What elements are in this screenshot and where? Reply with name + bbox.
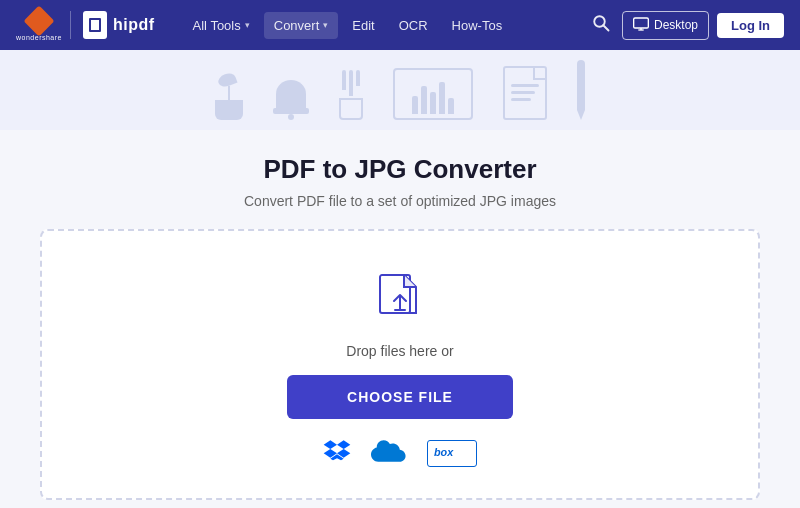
upload-area: Drop files here or CHOOSE FILE [40, 229, 760, 500]
brand-area: wondershare hipdf [16, 10, 155, 41]
upload-icon-container [372, 271, 428, 327]
nav-right: Desktop Log In [588, 10, 784, 40]
nav-item-all-tools[interactable]: All Tools ▾ [183, 12, 260, 39]
chevron-down-icon: ▾ [323, 20, 328, 30]
search-icon[interactable] [588, 10, 614, 40]
box-icon[interactable]: box [427, 440, 477, 467]
nav-item-ocr[interactable]: OCR [389, 12, 438, 39]
nav-item-how-tos[interactable]: How-Tos [442, 12, 513, 39]
wondershare-logo: wondershare [16, 10, 62, 41]
document-icon [503, 66, 547, 120]
hipdf-logo[interactable]: hipdf [70, 11, 155, 39]
navbar: wondershare hipdf All Tools ▾ Convert ▾ … [0, 0, 800, 50]
hipdf-icon [83, 11, 107, 39]
deco-monitor [393, 68, 473, 120]
choose-file-button[interactable]: CHOOSE FILE [287, 375, 513, 419]
svg-rect-6 [394, 309, 406, 311]
monitor-icon [393, 68, 473, 120]
plant-leaf-icon [216, 71, 237, 88]
deco-bell [273, 80, 309, 120]
plant-pot-icon [215, 100, 243, 120]
hero-banner [0, 50, 800, 130]
desktop-label: Desktop [654, 18, 698, 32]
hipdf-name: hipdf [113, 16, 155, 34]
svg-line-1 [603, 25, 608, 30]
desktop-icon [633, 17, 649, 34]
cloud-services: box [323, 439, 477, 468]
dropbox-icon[interactable] [323, 439, 351, 468]
hero-decorations [215, 60, 585, 120]
svg-rect-2 [634, 18, 649, 28]
deco-pencils [339, 70, 363, 120]
bell-shape-icon [276, 80, 306, 108]
nav-item-edit[interactable]: Edit [342, 12, 384, 39]
wondershare-diamond [23, 5, 54, 36]
upload-icon [376, 273, 424, 325]
plant-stem-icon [228, 86, 230, 100]
pen-body-icon [577, 60, 585, 110]
main-content: PDF to JPG Converter Convert PDF file to… [0, 130, 800, 508]
deco-plant [215, 74, 243, 120]
page-title: PDF to JPG Converter [263, 154, 536, 185]
deco-pen [577, 60, 585, 120]
login-button[interactable]: Log In [717, 13, 784, 38]
bell-clapper-icon [288, 114, 294, 120]
desktop-button[interactable]: Desktop [622, 11, 709, 40]
pencils-icon [342, 70, 360, 96]
nav-links: All Tools ▾ Convert ▾ Edit OCR How-Tos [183, 12, 588, 39]
pen-tip-icon [577, 110, 585, 120]
page-subtitle: Convert PDF file to a set of optimized J… [244, 193, 556, 209]
chevron-down-icon: ▾ [245, 20, 250, 30]
svg-text:box: box [434, 446, 454, 458]
nav-item-convert[interactable]: Convert ▾ [264, 12, 339, 39]
monitor-screen [399, 74, 467, 114]
onedrive-icon[interactable] [371, 440, 407, 467]
hipdf-icon-inner [89, 18, 101, 32]
deco-document [503, 66, 547, 120]
drop-text: Drop files here or [346, 343, 453, 359]
